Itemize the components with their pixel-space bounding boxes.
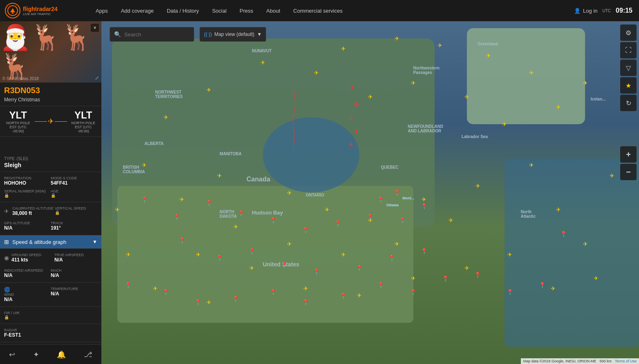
logo[interactable]: flightradar24 LIVE AIR TRAFFIC (0, 0, 82, 21)
santa-track-1: ✈ (349, 83, 355, 92)
map-area[interactable]: NUNAVUT NORTHWESTTERRITORIES Canada Gree… (101, 21, 639, 364)
santa-track-5: ✈ (349, 141, 354, 148)
age-cell: AGE 🔒 (51, 188, 97, 199)
graph-toggle-button[interactable]: ⊞ Speed & altitude graph ▼ (0, 235, 101, 249)
aircraft-20: ✈ (341, 251, 346, 258)
pin-10: 📍 (421, 203, 428, 210)
dest-name: NORTH POLE (70, 121, 98, 125)
map-attribution: Map data ©2018 Google, INEGI, ORION-ME 5… (521, 358, 639, 364)
speed-section: ◉ GROUND SPEED 411 kts TRUE AIRSPEED N/A… (0, 249, 101, 283)
pin-8: 📍 (367, 214, 374, 220)
aircraft-5: ✈ (341, 45, 346, 52)
refresh-button[interactable]: ↻ (620, 95, 637, 111)
radar-section: RADAR F-EST1 (0, 324, 101, 342)
nav-item-data-history[interactable]: Data / History (161, 0, 205, 21)
radar-cell: RADAR F-EST1 (4, 326, 51, 339)
flight-id-section: R3DN053 (0, 83, 101, 96)
left-panel: 🎅🦌🦌🦌 × © St. Nicholas 2018 ⤢ R3DN053 Mer… (0, 21, 101, 364)
serial-cell: SERIAL NUMBER (MSN) 🔒 (4, 188, 51, 199)
map-view-chevron-icon: ▼ (257, 31, 262, 37)
map-background: NUNAVUT NORTHWESTTERRITORIES Canada Gree… (101, 21, 639, 364)
search-input[interactable] (124, 31, 193, 38)
mach-cell: MACH N/A (51, 267, 97, 280)
filter-button[interactable]: ▽ (620, 60, 637, 76)
origin: YLT NORTH POLE EST (UTC -05:00) (4, 109, 32, 133)
aircraft-35: ✈ (551, 285, 556, 292)
alt-row-1: ✈ CALIBRATED ALTITUDE 38,000 ft VERTICAL… (4, 205, 97, 218)
aircraft-41: ✈ (422, 196, 426, 203)
nav-item-apps[interactable]: Apps (90, 0, 114, 21)
zoom-out-button[interactable]: − (620, 164, 637, 180)
nav-item-add-coverage[interactable]: Add coverage (115, 0, 159, 21)
lock-bottom-icon[interactable]: 🔔 (57, 350, 66, 359)
pin-1: 📍 (141, 197, 148, 203)
arrow-line-left (35, 121, 47, 122)
aircraft-4: ✈ (395, 35, 399, 42)
nav-item-commercial[interactable]: Commercial services (287, 0, 348, 21)
search-bar[interactable]: 🔍 (110, 27, 194, 42)
nav-item-social[interactable]: Social (206, 0, 232, 21)
vert-speed-cell: VERTICAL SPEED 🔒 (55, 205, 97, 218)
playback-icon[interactable]: ✦ (33, 350, 39, 359)
aircraft-37: ✈ (115, 206, 120, 213)
pin-13: 📍 (249, 248, 256, 255)
pin-21: 📍 (195, 299, 202, 306)
login-button[interactable]: 👤 Log in (574, 8, 597, 14)
modes-cell: MODE-S CODE 54FF41 (51, 174, 97, 188)
plane-icon: ✈ (48, 117, 54, 126)
nav-item-press[interactable]: Press (234, 0, 259, 21)
weather-section: 🌀 WIND N/A TEMPERATURE N/A (0, 283, 101, 307)
type-value: Sleigh (4, 162, 97, 168)
origin-tz: EST (UTC -05:00) (4, 125, 32, 133)
aircraft-9: ✈ (464, 94, 469, 100)
aircraft-38: ✈ (196, 251, 201, 258)
pin-20: 📍 (162, 289, 169, 295)
zoom-in-button[interactable]: + (620, 146, 637, 163)
refresh-icon: ↻ (626, 99, 631, 107)
fullscreen-button[interactable]: ⛶ (620, 42, 637, 58)
pin-11: 📍 (179, 237, 186, 244)
aircraft-30: ✈ (303, 285, 308, 292)
pin-23: 📍 (270, 289, 277, 295)
scale-label: 500 km (599, 359, 612, 363)
map-view-button[interactable]: ((·)) Map view (default) ▼ (200, 27, 266, 42)
nav-item-about[interactable]: About (260, 0, 286, 21)
arrow-line-right (55, 121, 67, 122)
montreal-pin: 📍 (394, 190, 401, 196)
aircraft-34: ✈ (507, 251, 512, 258)
user-icon: 👤 (574, 8, 581, 14)
altitude-section: ✈ CALIBRATED ALTITUDE 38,000 ft VERTICAL… (0, 202, 101, 235)
pin-9: 📍 (399, 217, 406, 223)
graph-icon: ⊞ (4, 239, 9, 245)
star-button[interactable]: ★ (620, 77, 637, 94)
track-cell: TRACK 191° (51, 219, 97, 232)
santa-image: 🎅🦌🦌🦌 (0, 23, 101, 81)
settings-button[interactable]: ⚙ (620, 25, 637, 41)
aircraft-2: ✈ (529, 69, 534, 76)
terms-link[interactable]: Terms of Use (615, 359, 637, 363)
aircraft-39: ✈ (249, 265, 254, 271)
share-icon[interactable]: ⎇ (84, 350, 92, 359)
pin-22: 📍 (232, 296, 239, 302)
aircraft-36: ✈ (594, 275, 599, 281)
pin-25: 📍 (340, 293, 347, 299)
fullscreen-icon: ⛶ (625, 47, 632, 54)
fir-section: FIR / UIR 🔒 (0, 307, 101, 324)
graph-chevron-icon: ▼ (92, 239, 97, 245)
map-toolbar: ⚙ ⛶ ▽ ★ ↻ + − (618, 21, 639, 183)
expand-icon[interactable]: ⤢ (95, 75, 99, 81)
aircraft-12: ✈ (314, 69, 319, 76)
aircraft-11: ✈ (368, 94, 373, 100)
nav-right: 👤 Log in UTC 09:15 (574, 7, 639, 14)
filter-icon: ▽ (626, 64, 631, 72)
santa-track-2: ✈ (354, 100, 360, 109)
svg-point-1 (12, 12, 13, 14)
indicated-as-cell: INDICATED AIRSPEED N/A (4, 267, 51, 280)
fir-lock-icon: 🔒 (4, 315, 51, 319)
track-icon[interactable]: ↩ (9, 350, 15, 359)
aircraft-1: ✈ (486, 52, 491, 59)
temp-cell: TEMPERATURE N/A (51, 285, 97, 304)
aircraft-10: ✈ (411, 80, 416, 86)
panel-close-button[interactable]: × (91, 24, 99, 32)
pin-14: 📍 (281, 261, 288, 268)
